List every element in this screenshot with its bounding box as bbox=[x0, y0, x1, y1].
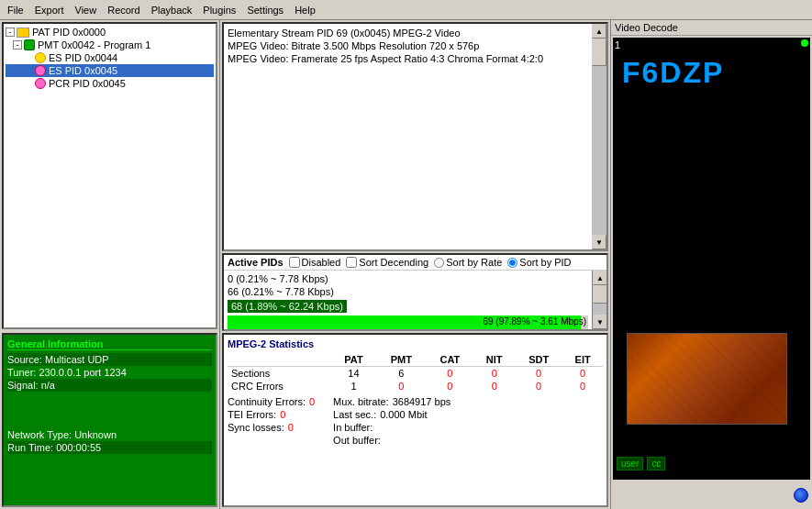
tree-item-pcr[interactable]: PCR PID 0x0045 bbox=[6, 77, 214, 90]
tei-value: 0 bbox=[280, 409, 285, 420]
stats-row-crc: CRC Errors 1 0 0 0 0 0 bbox=[228, 380, 603, 393]
sort-pid-label[interactable]: Sort by PID bbox=[507, 257, 571, 268]
pid-row-68[interactable]: 68 (1.89% ~ 62.24 Kbps) bbox=[226, 298, 590, 315]
expand-icon-pmt[interactable]: - bbox=[13, 40, 22, 50]
tree-item-pat[interactable]: - PAT PID 0x0000 bbox=[6, 26, 214, 39]
tree-item-pmt[interactable]: - PMT 0x0042 - Program 1 bbox=[6, 39, 214, 51]
stream-info-area: Elementary Stream PID 69 (0x0045) MPEG-2… bbox=[222, 22, 608, 251]
tree-label-es0045: ES PID 0x0045 bbox=[49, 65, 117, 76]
sort-desc-text: Sort Decending bbox=[359, 257, 428, 268]
video-bottom-controls bbox=[611, 481, 812, 509]
video-channel-number: 1 bbox=[615, 39, 620, 50]
pid-row-0-label: 0 (0.21% ~ 7.78 Kbps) bbox=[228, 273, 328, 284]
sort-rate-text: Sort by Rate bbox=[446, 257, 502, 268]
pid-bar-69-bg: 69 (97.89% ~ 3.61 Mbps) bbox=[228, 315, 588, 329]
right-panel: Video Decode 1 F6DZP user cc bbox=[610, 20, 812, 509]
stats-col-sdt: SDT bbox=[515, 353, 562, 367]
crc-label: CRC Errors bbox=[228, 380, 331, 393]
video-callsign: F6DZP bbox=[622, 56, 724, 90]
disabled-label: Disabled bbox=[302, 257, 341, 268]
tree-label-pat: PAT PID 0x0000 bbox=[32, 27, 106, 38]
menu-export[interactable]: Export bbox=[29, 3, 70, 17]
tei-label: TEI Errors: bbox=[228, 409, 276, 420]
sections-cat: 0 bbox=[426, 367, 473, 381]
stats-title: MPEG-2 Statistics bbox=[228, 338, 603, 349]
pid-scroll-down[interactable]: ▼ bbox=[593, 315, 606, 329]
in-buffer-label: In buffer: bbox=[333, 422, 373, 433]
info-scrollbar[interactable]: ▲ ▼ bbox=[592, 24, 606, 249]
disabled-checkbox[interactable] bbox=[289, 257, 300, 268]
sort-rate-label[interactable]: Sort by Rate bbox=[434, 257, 502, 268]
pid-row-66[interactable]: 66 (0.21% ~ 7.78 Kbps) bbox=[226, 285, 590, 298]
tei-errors-row: TEI Errors: 0 bbox=[228, 409, 315, 420]
stats-right-col: Mux. bitrate: 3684917 bps Last sec.: 0.0… bbox=[333, 396, 450, 446]
pid-bar-69-label: 69 (97.89% ~ 3.61 Mbps) bbox=[483, 316, 586, 326]
crc-pat: 1 bbox=[331, 380, 376, 393]
signal-row: Signal: n/a bbox=[7, 379, 212, 392]
active-pids-label: Active PIDs bbox=[228, 257, 284, 268]
left-panel: - PAT PID 0x0000 - PMT 0x0042 - Program … bbox=[0, 20, 220, 509]
pid-scroll-up[interactable]: ▲ bbox=[593, 271, 606, 285]
menu-file[interactable]: File bbox=[2, 3, 29, 17]
sort-desc-checkbox[interactable] bbox=[346, 257, 357, 268]
scroll-thumb[interactable] bbox=[592, 39, 606, 66]
mux-bitrate-row: Mux. bitrate: 3684917 bps bbox=[333, 396, 450, 407]
cc-button[interactable]: cc bbox=[647, 457, 665, 470]
expand-icon-pat[interactable]: - bbox=[6, 28, 15, 37]
sections-eit: 0 bbox=[562, 367, 603, 381]
stream-info-line2: MPEG Video: Bitrate 3.500 Mbps Resolutio… bbox=[228, 40, 603, 51]
video-display: 1 F6DZP user cc bbox=[613, 38, 810, 480]
pid-row-0[interactable]: 0 (0.21% ~ 7.78 Kbps) bbox=[226, 272, 590, 285]
pid-row-68-label: 68 (1.89% ~ 62.24 Kbps) bbox=[228, 300, 347, 313]
tree-item-es0045[interactable]: ES PID 0x0045 bbox=[6, 64, 214, 77]
menu-plugins[interactable]: Plugins bbox=[197, 3, 241, 17]
stats-bottom: Continuity Errors: 0 TEI Errors: 0 Sync … bbox=[228, 396, 603, 446]
sections-pmt: 6 bbox=[376, 367, 426, 381]
menu-settings[interactable]: Settings bbox=[241, 3, 289, 17]
sort-pid-text: Sort by PID bbox=[519, 257, 571, 268]
user-button[interactable]: user bbox=[617, 457, 643, 470]
menu-record[interactable]: Record bbox=[102, 3, 145, 17]
scroll-up-arrow[interactable]: ▲ bbox=[592, 24, 606, 39]
scroll-down-arrow[interactable]: ▼ bbox=[592, 235, 606, 249]
stats-panel: MPEG-2 Statistics PAT PMT CAT NIT SDT EI… bbox=[222, 333, 608, 507]
source-row: Source: Multicast UDP bbox=[7, 353, 212, 366]
video-status-dot bbox=[801, 39, 808, 47]
pid-list-scrollbar[interactable]: ▲ ▼ bbox=[592, 271, 606, 329]
pid-row-69[interactable]: 69 (97.89% ~ 3.61 Mbps) bbox=[226, 315, 590, 329]
menubar: File Export View Record Playback Plugins… bbox=[0, 0, 812, 20]
globe-icon[interactable] bbox=[794, 488, 808, 503]
last-sec-row: Last sec.: 0.000 Mbit bbox=[333, 409, 450, 420]
crc-nit: 0 bbox=[473, 380, 515, 393]
sort-rate-radio[interactable] bbox=[434, 258, 444, 268]
tuner-row: Tuner: 230.0.0.1 port 1234 bbox=[7, 366, 212, 379]
menu-help[interactable]: Help bbox=[289, 3, 321, 17]
sort-desc-label[interactable]: Sort Decending bbox=[346, 257, 428, 268]
pmt-icon bbox=[24, 39, 35, 50]
sections-sdt: 0 bbox=[515, 367, 562, 381]
stats-col-pat: PAT bbox=[331, 353, 376, 367]
video-control-buttons: user cc bbox=[617, 457, 665, 470]
disabled-checkbox-label[interactable]: Disabled bbox=[289, 257, 341, 268]
pid-scroll-thumb[interactable] bbox=[593, 285, 606, 304]
continuity-errors-row: Continuity Errors: 0 bbox=[228, 396, 315, 407]
crc-eit: 0 bbox=[562, 380, 603, 393]
tree-label-pcr: PCR PID 0x0045 bbox=[49, 78, 126, 89]
run-time-row: Run Time: 000:00:55 bbox=[7, 441, 212, 454]
last-sec-value: 0.000 Mbit bbox=[380, 409, 427, 420]
tree-item-es0044[interactable]: ES PID 0x0044 bbox=[6, 51, 214, 64]
in-buffer-row: In buffer: bbox=[333, 422, 450, 433]
stats-col-cat: CAT bbox=[426, 353, 473, 367]
sync-value: 0 bbox=[288, 422, 294, 433]
stats-table: PAT PMT CAT NIT SDT EIT Sections 14 6 0 bbox=[228, 353, 603, 393]
menu-view[interactable]: View bbox=[70, 3, 103, 17]
sort-pid-radio[interactable] bbox=[507, 258, 517, 268]
stream-info-line1: Elementary Stream PID 69 (0x0045) MPEG-2… bbox=[228, 28, 603, 39]
crc-cat: 0 bbox=[426, 380, 473, 393]
stats-col-empty bbox=[228, 353, 331, 367]
menu-playback[interactable]: Playback bbox=[146, 3, 198, 17]
pcr-icon bbox=[35, 78, 46, 89]
tree-label-es0044: ES PID 0x0044 bbox=[49, 52, 117, 63]
mux-label: Mux. bitrate: bbox=[333, 396, 389, 407]
video-thumbnail bbox=[627, 333, 787, 425]
